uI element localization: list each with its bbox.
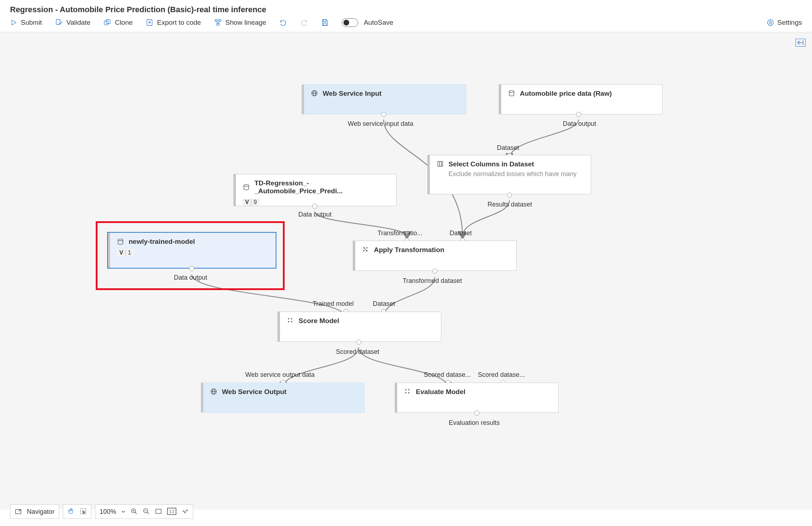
node-evaluate-model[interactable]: Evaluate Model [395, 383, 559, 413]
port-out[interactable] [576, 112, 581, 117]
autosave-toggle[interactable] [342, 18, 358, 27]
chevron-down-icon [121, 510, 125, 514]
undo-button[interactable] [279, 19, 287, 27]
port-label: Data output [174, 274, 207, 281]
node-newly-trained-model[interactable]: newly-trained-model V1 [108, 232, 276, 268]
database-icon [242, 184, 250, 191]
svg-point-38 [405, 392, 407, 393]
autolayout-button[interactable] [181, 508, 189, 516]
version-badge: V1 [117, 249, 134, 256]
node-web-service-output[interactable]: Web Service Output [201, 383, 365, 413]
page-title: Regression - Automobile Price Prediction… [0, 0, 812, 18]
node-score-model[interactable]: Score Model [277, 312, 441, 342]
svg-line-41 [19, 510, 21, 511]
svg-point-12 [770, 22, 772, 24]
port-label: Transformed dataset [403, 277, 462, 285]
svg-rect-50 [156, 509, 161, 513]
port-out[interactable] [189, 266, 194, 271]
port-out[interactable] [507, 193, 512, 198]
validate-icon [55, 19, 63, 27]
svg-line-9 [218, 21, 220, 23]
port-out[interactable] [381, 112, 386, 117]
save-button[interactable] [321, 19, 329, 27]
zoom-in-button[interactable] [130, 508, 138, 516]
svg-point-32 [291, 321, 292, 322]
navigator-button[interactable]: Navigator [27, 508, 54, 516]
svg-line-53 [187, 510, 188, 511]
port-label: Dataset [497, 144, 519, 152]
port-label: Scored datase... [478, 371, 525, 379]
port-out[interactable] [474, 411, 479, 416]
svg-rect-6 [218, 20, 220, 22]
svg-rect-5 [215, 20, 217, 22]
svg-line-44 [135, 512, 137, 514]
evaluate-icon [404, 388, 412, 395]
port-label: Scored dataset [336, 348, 379, 356]
svg-rect-10 [323, 20, 326, 22]
port-label: Web service input data [348, 120, 413, 128]
svg-marker-0 [12, 20, 16, 25]
footer-toolbar: Navigator 100% 1:1 [10, 504, 197, 519]
port-label: Trained model [313, 300, 353, 308]
svg-line-8 [216, 21, 218, 23]
show-lineage-button[interactable]: Show lineage [214, 19, 266, 27]
port-label: Scored datase... [424, 371, 471, 379]
save-icon [321, 19, 329, 27]
redo-button [300, 19, 308, 27]
submit-button[interactable]: Submit [10, 19, 42, 27]
svg-point-29 [288, 318, 289, 319]
svg-point-31 [288, 321, 289, 322]
pipeline-canvas[interactable]: Web Service Input Web service input data… [0, 32, 812, 510]
navigator-icon [15, 508, 22, 515]
port-label: Evaluation results [449, 419, 500, 427]
columns-icon [436, 160, 444, 167]
svg-point-37 [408, 389, 409, 390]
node-select-columns[interactable]: Select Columns in Dataset Exclude normal… [427, 155, 591, 194]
port-label: Web service output data [245, 371, 315, 379]
settings-button[interactable]: Settings [766, 19, 802, 27]
fit-button[interactable] [155, 508, 162, 516]
validate-button[interactable]: Validate [55, 19, 90, 27]
clone-icon [103, 19, 111, 27]
gear-icon [766, 19, 774, 27]
svg-rect-19 [438, 161, 442, 166]
port-label: Dataset [373, 300, 395, 308]
port-label: Transformatio... [377, 229, 422, 237]
clone-button[interactable]: Clone [103, 19, 133, 27]
node-automobile-price-raw[interactable]: Automobile price data (Raw) [499, 84, 663, 114]
actual-size-button[interactable]: 1:1 [167, 508, 176, 516]
node-web-service-input[interactable]: Web Service Input [301, 84, 466, 114]
pan-tool-button[interactable] [67, 508, 75, 516]
svg-point-18 [509, 91, 514, 93]
port-label: Dataset [450, 229, 472, 237]
select-tool-button[interactable] [80, 508, 87, 516]
port-out[interactable] [432, 269, 437, 274]
port-label: Data output [563, 120, 596, 128]
lineage-icon [214, 19, 222, 27]
redo-icon [300, 19, 308, 27]
database-icon [117, 238, 124, 245]
port-out[interactable] [312, 204, 317, 209]
toolbar: Submit Validate Clone Export to code Sho… [0, 18, 812, 32]
zoom-level[interactable]: 100% [100, 508, 116, 516]
node-apply-transformation[interactable]: Apply Transformation [353, 241, 517, 271]
expand-panel-button[interactable] [796, 39, 806, 47]
play-icon [10, 19, 17, 26]
svg-rect-11 [323, 23, 326, 25]
export-button[interactable]: Export to code [146, 19, 201, 27]
port-out[interactable] [356, 340, 361, 345]
svg-point-22 [244, 185, 248, 186]
port-label: Data output [298, 211, 332, 218]
svg-point-36 [405, 389, 407, 390]
globe-icon [210, 388, 218, 395]
node-td-regression[interactable]: TD-Regression_-_Automobile_Price_Predi..… [233, 174, 396, 206]
svg-point-25 [366, 247, 367, 248]
svg-point-26 [364, 250, 365, 251]
port-label: Results dataset [488, 201, 532, 208]
export-icon [146, 19, 153, 27]
svg-text:1:1: 1:1 [169, 510, 174, 513]
svg-rect-7 [217, 24, 219, 25]
zoom-out-button[interactable] [143, 508, 150, 516]
transformation-icon [362, 246, 370, 253]
svg-line-48 [147, 512, 149, 514]
